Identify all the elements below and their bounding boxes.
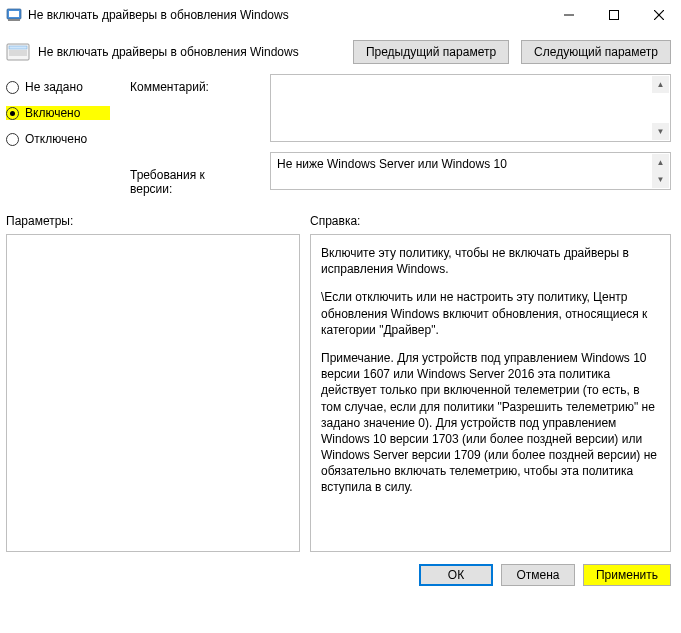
radio-label: Отключено (25, 132, 87, 146)
help-paragraph: Включите эту политику, чтобы не включать… (321, 245, 660, 277)
ok-button[interactable]: ОК (419, 564, 493, 586)
minimize-button[interactable] (546, 0, 591, 30)
next-setting-button[interactable]: Следующий параметр (521, 40, 671, 64)
cancel-button[interactable]: Отмена (501, 564, 575, 586)
help-paragraph: \Если отключить или не настроить эту пол… (321, 289, 660, 338)
maximize-button[interactable] (591, 0, 636, 30)
radio-enabled[interactable]: Включено (6, 106, 110, 120)
previous-setting-button[interactable]: Предыдущий параметр (353, 40, 509, 64)
policy-icon (6, 41, 32, 63)
subheader: Не включать драйверы в обновления Window… (0, 30, 681, 74)
help-panel: Включите эту политику, чтобы не включать… (310, 234, 671, 552)
svg-rect-1 (9, 11, 19, 17)
parameters-panel (6, 234, 300, 552)
close-button[interactable] (636, 0, 681, 30)
mid-section: Не задано Включено Отключено Комментарий… (0, 74, 681, 196)
footer: ОК Отмена Применить (0, 552, 681, 586)
radio-circle-icon (6, 133, 19, 146)
version-label: Требования к версии: (130, 168, 250, 196)
svg-rect-2 (8, 19, 20, 21)
parameters-label: Параметры: (6, 214, 310, 228)
policy-title: Не включать драйверы в обновления Window… (38, 45, 347, 59)
comment-value (271, 75, 670, 83)
app-icon (6, 7, 22, 23)
scroll-down-icon[interactable]: ▼ (652, 123, 669, 140)
radio-circle-icon (6, 81, 19, 94)
titlebar: Не включать драйверы в обновления Window… (0, 0, 681, 30)
radio-not-set[interactable]: Не задано (6, 80, 110, 94)
scroll-down-icon[interactable]: ▼ (652, 171, 669, 188)
svg-rect-4 (609, 11, 618, 20)
field-column: ▲ ▼ Не ниже Windows Server или Windows 1… (270, 74, 671, 196)
scroll-up-icon[interactable]: ▲ (652, 154, 669, 171)
window-title: Не включать драйверы в обновления Window… (28, 8, 546, 22)
version-value: Не ниже Windows Server или Windows 10 (277, 157, 507, 171)
radio-label: Включено (25, 106, 80, 120)
scroll-up-icon[interactable]: ▲ (652, 76, 669, 93)
section-labels: Параметры: Справка: (0, 196, 681, 234)
label-column: Комментарий: Требования к версии: (130, 74, 250, 196)
svg-rect-8 (9, 46, 27, 49)
radio-label: Не задано (25, 80, 83, 94)
help-label: Справка: (310, 214, 360, 228)
apply-button[interactable]: Применить (583, 564, 671, 586)
help-paragraph: Примечание. Для устройств под управление… (321, 350, 660, 496)
radio-disabled[interactable]: Отключено (6, 132, 110, 146)
radio-group: Не задано Включено Отключено (6, 74, 110, 196)
panels-row: Включите эту политику, чтобы не включать… (0, 234, 681, 552)
version-textbox: Не ниже Windows Server или Windows 10 ▲ … (270, 152, 671, 190)
comment-label: Комментарий: (130, 80, 250, 96)
comment-textarea[interactable]: ▲ ▼ (270, 74, 671, 142)
radio-circle-icon (6, 107, 19, 120)
